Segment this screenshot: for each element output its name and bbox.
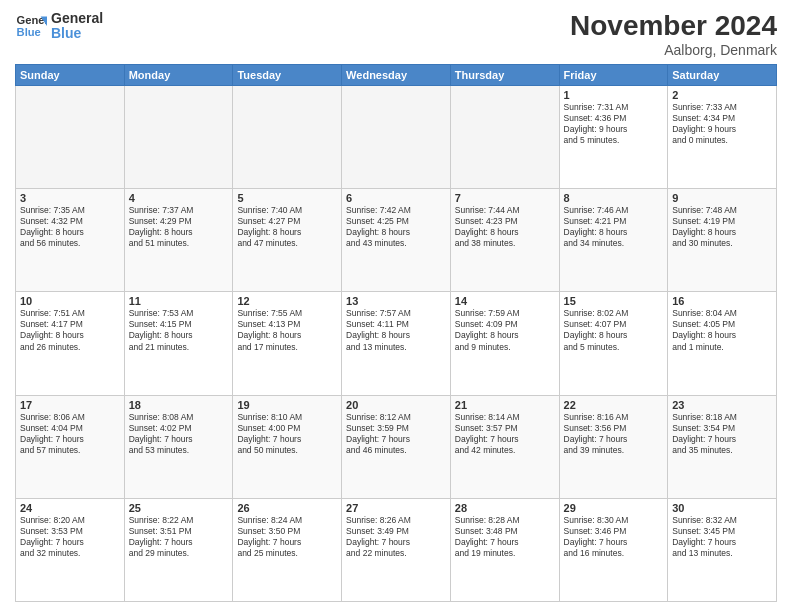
day-info: Sunrise: 7:40 AM Sunset: 4:27 PM Dayligh… (237, 205, 337, 249)
calendar-cell: 28Sunrise: 8:28 AM Sunset: 3:48 PM Dayli… (450, 498, 559, 601)
calendar-cell: 16Sunrise: 8:04 AM Sunset: 4:05 PM Dayli… (668, 292, 777, 395)
day-info: Sunrise: 8:20 AM Sunset: 3:53 PM Dayligh… (20, 515, 120, 559)
calendar-cell: 7Sunrise: 7:44 AM Sunset: 4:23 PM Daylig… (450, 189, 559, 292)
day-number: 24 (20, 502, 120, 514)
month-title: November 2024 (570, 10, 777, 42)
day-info: Sunrise: 8:32 AM Sunset: 3:45 PM Dayligh… (672, 515, 772, 559)
day-number: 23 (672, 399, 772, 411)
calendar-week-row: 17Sunrise: 8:06 AM Sunset: 4:04 PM Dayli… (16, 395, 777, 498)
calendar-cell: 5Sunrise: 7:40 AM Sunset: 4:27 PM Daylig… (233, 189, 342, 292)
day-number: 27 (346, 502, 446, 514)
calendar-week-row: 3Sunrise: 7:35 AM Sunset: 4:32 PM Daylig… (16, 189, 777, 292)
weekday-header-sunday: Sunday (16, 65, 125, 86)
day-number: 11 (129, 295, 229, 307)
day-info: Sunrise: 7:55 AM Sunset: 4:13 PM Dayligh… (237, 308, 337, 352)
calendar-cell: 4Sunrise: 7:37 AM Sunset: 4:29 PM Daylig… (124, 189, 233, 292)
calendar-cell: 15Sunrise: 8:02 AM Sunset: 4:07 PM Dayli… (559, 292, 668, 395)
day-number: 20 (346, 399, 446, 411)
calendar-week-row: 1Sunrise: 7:31 AM Sunset: 4:36 PM Daylig… (16, 86, 777, 189)
day-info: Sunrise: 8:06 AM Sunset: 4:04 PM Dayligh… (20, 412, 120, 456)
logo-blue: Blue (51, 26, 103, 41)
day-number: 21 (455, 399, 555, 411)
calendar-cell: 22Sunrise: 8:16 AM Sunset: 3:56 PM Dayli… (559, 395, 668, 498)
weekday-header-friday: Friday (559, 65, 668, 86)
calendar-cell: 25Sunrise: 8:22 AM Sunset: 3:51 PM Dayli… (124, 498, 233, 601)
calendar-cell: 2Sunrise: 7:33 AM Sunset: 4:34 PM Daylig… (668, 86, 777, 189)
calendar-cell (450, 86, 559, 189)
weekday-header-tuesday: Tuesday (233, 65, 342, 86)
day-info: Sunrise: 8:18 AM Sunset: 3:54 PM Dayligh… (672, 412, 772, 456)
day-info: Sunrise: 7:31 AM Sunset: 4:36 PM Dayligh… (564, 102, 664, 146)
weekday-header-thursday: Thursday (450, 65, 559, 86)
day-info: Sunrise: 8:12 AM Sunset: 3:59 PM Dayligh… (346, 412, 446, 456)
calendar-cell: 8Sunrise: 7:46 AM Sunset: 4:21 PM Daylig… (559, 189, 668, 292)
logo-general: General (51, 11, 103, 26)
day-info: Sunrise: 7:42 AM Sunset: 4:25 PM Dayligh… (346, 205, 446, 249)
day-number: 3 (20, 192, 120, 204)
day-info: Sunrise: 7:33 AM Sunset: 4:34 PM Dayligh… (672, 102, 772, 146)
day-info: Sunrise: 8:26 AM Sunset: 3:49 PM Dayligh… (346, 515, 446, 559)
day-info: Sunrise: 7:44 AM Sunset: 4:23 PM Dayligh… (455, 205, 555, 249)
calendar-cell: 3Sunrise: 7:35 AM Sunset: 4:32 PM Daylig… (16, 189, 125, 292)
calendar-cell: 21Sunrise: 8:14 AM Sunset: 3:57 PM Dayli… (450, 395, 559, 498)
logo-icon: General Blue (15, 10, 47, 42)
title-block: November 2024 Aalborg, Denmark (570, 10, 777, 58)
day-number: 12 (237, 295, 337, 307)
day-info: Sunrise: 8:08 AM Sunset: 4:02 PM Dayligh… (129, 412, 229, 456)
calendar-cell (233, 86, 342, 189)
svg-text:Blue: Blue (17, 26, 41, 38)
day-info: Sunrise: 8:30 AM Sunset: 3:46 PM Dayligh… (564, 515, 664, 559)
day-info: Sunrise: 7:53 AM Sunset: 4:15 PM Dayligh… (129, 308, 229, 352)
calendar-cell (16, 86, 125, 189)
calendar-cell: 6Sunrise: 7:42 AM Sunset: 4:25 PM Daylig… (342, 189, 451, 292)
calendar-cell: 12Sunrise: 7:55 AM Sunset: 4:13 PM Dayli… (233, 292, 342, 395)
day-number: 4 (129, 192, 229, 204)
day-number: 1 (564, 89, 664, 101)
weekday-header-wednesday: Wednesday (342, 65, 451, 86)
day-number: 2 (672, 89, 772, 101)
day-number: 10 (20, 295, 120, 307)
calendar-week-row: 10Sunrise: 7:51 AM Sunset: 4:17 PM Dayli… (16, 292, 777, 395)
weekday-header-saturday: Saturday (668, 65, 777, 86)
day-number: 15 (564, 295, 664, 307)
day-info: Sunrise: 7:48 AM Sunset: 4:19 PM Dayligh… (672, 205, 772, 249)
calendar-cell: 23Sunrise: 8:18 AM Sunset: 3:54 PM Dayli… (668, 395, 777, 498)
calendar-cell (124, 86, 233, 189)
weekday-header-row: SundayMondayTuesdayWednesdayThursdayFrid… (16, 65, 777, 86)
location: Aalborg, Denmark (570, 42, 777, 58)
day-info: Sunrise: 8:22 AM Sunset: 3:51 PM Dayligh… (129, 515, 229, 559)
day-info: Sunrise: 7:57 AM Sunset: 4:11 PM Dayligh… (346, 308, 446, 352)
calendar-cell: 20Sunrise: 8:12 AM Sunset: 3:59 PM Dayli… (342, 395, 451, 498)
day-info: Sunrise: 8:02 AM Sunset: 4:07 PM Dayligh… (564, 308, 664, 352)
svg-text:General: General (17, 14, 47, 26)
calendar-cell: 24Sunrise: 8:20 AM Sunset: 3:53 PM Dayli… (16, 498, 125, 601)
day-info: Sunrise: 8:28 AM Sunset: 3:48 PM Dayligh… (455, 515, 555, 559)
calendar-cell: 10Sunrise: 7:51 AM Sunset: 4:17 PM Dayli… (16, 292, 125, 395)
calendar-cell: 26Sunrise: 8:24 AM Sunset: 3:50 PM Dayli… (233, 498, 342, 601)
day-number: 18 (129, 399, 229, 411)
calendar-cell: 1Sunrise: 7:31 AM Sunset: 4:36 PM Daylig… (559, 86, 668, 189)
day-info: Sunrise: 8:14 AM Sunset: 3:57 PM Dayligh… (455, 412, 555, 456)
calendar-cell: 19Sunrise: 8:10 AM Sunset: 4:00 PM Dayli… (233, 395, 342, 498)
day-number: 30 (672, 502, 772, 514)
day-number: 25 (129, 502, 229, 514)
day-number: 28 (455, 502, 555, 514)
day-info: Sunrise: 7:35 AM Sunset: 4:32 PM Dayligh… (20, 205, 120, 249)
logo: General Blue General Blue (15, 10, 103, 42)
page: General Blue General Blue November 2024 … (0, 0, 792, 612)
day-info: Sunrise: 8:16 AM Sunset: 3:56 PM Dayligh… (564, 412, 664, 456)
calendar-cell: 30Sunrise: 8:32 AM Sunset: 3:45 PM Dayli… (668, 498, 777, 601)
day-number: 7 (455, 192, 555, 204)
day-number: 19 (237, 399, 337, 411)
day-info: Sunrise: 7:59 AM Sunset: 4:09 PM Dayligh… (455, 308, 555, 352)
day-info: Sunrise: 7:46 AM Sunset: 4:21 PM Dayligh… (564, 205, 664, 249)
calendar-table: SundayMondayTuesdayWednesdayThursdayFrid… (15, 64, 777, 602)
weekday-header-monday: Monday (124, 65, 233, 86)
day-number: 9 (672, 192, 772, 204)
day-info: Sunrise: 8:04 AM Sunset: 4:05 PM Dayligh… (672, 308, 772, 352)
day-number: 6 (346, 192, 446, 204)
calendar-cell: 13Sunrise: 7:57 AM Sunset: 4:11 PM Dayli… (342, 292, 451, 395)
day-number: 22 (564, 399, 664, 411)
calendar-cell: 17Sunrise: 8:06 AM Sunset: 4:04 PM Dayli… (16, 395, 125, 498)
day-number: 26 (237, 502, 337, 514)
